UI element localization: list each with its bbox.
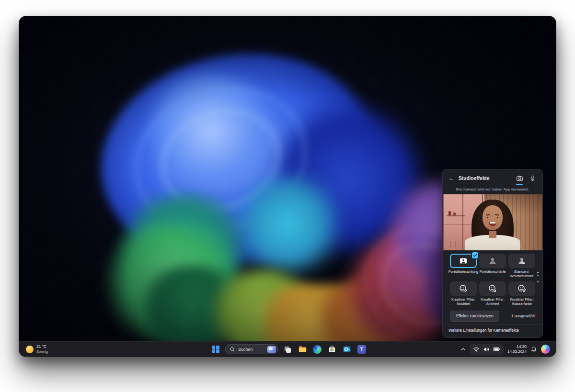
effect-tile-filter-wasserfarbe[interactable] <box>508 281 535 296</box>
volume-icon <box>483 346 490 353</box>
start-button[interactable] <box>210 344 221 355</box>
search-highlights-icon[interactable] <box>267 346 276 353</box>
date: 14.05.2024 <box>507 349 527 354</box>
file-explorer-button[interactable] <box>297 344 308 355</box>
effect-label: Kreativer Filter: Wasserfarbe <box>506 297 538 306</box>
microsoft-store-icon <box>328 345 336 354</box>
panel-actions: Effekte zurücksetzen 1 ausgewählt <box>450 311 535 321</box>
tab-camera[interactable] <box>515 174 524 182</box>
wifi-icon <box>473 346 480 353</box>
active-tab-indicator <box>516 184 523 186</box>
creative-filter-animated-icon <box>487 283 498 294</box>
copilot-icon <box>541 345 550 354</box>
studio-effects-panel: ← Studioeffekte <box>442 169 543 338</box>
outlook-button[interactable] <box>341 344 353 355</box>
system-tray: 14:30 14.05.2024 <box>460 342 550 357</box>
effect-label: Kreativer Filter: Animiert <box>477 297 508 306</box>
bell-icon <box>530 346 537 353</box>
taskbar: 21 °C Sonnig Suchen <box>19 341 556 357</box>
teams-icon: T <box>357 345 366 354</box>
search-icon <box>230 347 235 352</box>
outlook-icon <box>343 345 351 354</box>
chevron-up-icon <box>460 347 466 352</box>
edge-icon <box>313 345 322 354</box>
notifications-button[interactable] <box>530 346 537 353</box>
edge-button[interactable] <box>311 344 323 355</box>
clock[interactable]: 14:30 14.05.2024 <box>507 345 527 354</box>
search-box[interactable]: Suchen <box>225 344 278 354</box>
more-camera-settings-link[interactable]: Weitere Einstellungen für Kameraeffekte <box>448 328 519 333</box>
reset-effects-button[interactable]: Effekte zurücksetzen <box>450 311 499 322</box>
standard-blur-icon <box>517 256 527 266</box>
effects-scrollbar[interactable]: ▾ <box>536 272 540 283</box>
portrait-blur-icon <box>487 256 498 266</box>
chair <box>449 233 457 247</box>
tab-microphone[interactable] <box>528 174 537 182</box>
microsoft-store-button[interactable] <box>326 344 338 355</box>
chevron-down-icon[interactable]: ▾ <box>537 280 539 283</box>
creative-filter-watercolor-icon <box>517 283 527 294</box>
search-placeholder: Suchen <box>238 347 264 352</box>
copilot-button[interactable] <box>541 345 550 354</box>
microphone-icon <box>529 175 536 181</box>
hidden-icons-button[interactable] <box>460 347 466 352</box>
weather-temperature: 21 °C <box>36 345 48 349</box>
selected-count: 1 ausgewählt <box>511 314 535 318</box>
quick-settings-button[interactable] <box>470 344 504 355</box>
creative-filter-illustrated-icon <box>458 283 469 294</box>
task-view-button[interactable] <box>282 344 293 355</box>
effect-tile-portraetunschaerfe[interactable] <box>479 254 506 268</box>
portrait-lighting-icon <box>458 256 469 266</box>
effect-tile-portraetbeleuchtung[interactable] <box>450 254 477 268</box>
effect-tile-filter-animiert[interactable] <box>479 281 506 296</box>
windows-logo-icon <box>212 346 219 353</box>
camera-preview <box>443 194 542 250</box>
effects-grid: Porträtbeleuchtung Porträtunschärfe <box>450 254 535 306</box>
taskbar-center: Suchen <box>210 342 368 357</box>
page: ← Studioeffekte <box>0 0 575 392</box>
time: 14:30 <box>507 345 527 349</box>
weather-widget[interactable]: 21 °C Sonnig <box>24 342 50 357</box>
person-silhouette <box>461 199 524 250</box>
camera-status-text: Ihre Kamera wird von keiner App verwende… <box>443 187 542 191</box>
panel-header: ← Studioeffekte <box>443 172 542 184</box>
weather-condition: Sonnig <box>36 349 48 354</box>
effect-label: Porträtunschärfe <box>477 269 508 274</box>
effect-tile-standard-weichzeichner[interactable] <box>508 254 535 268</box>
task-view-icon <box>283 345 292 354</box>
back-icon[interactable]: ← <box>448 175 454 181</box>
sun-icon <box>26 346 34 353</box>
teams-button[interactable]: T <box>356 344 368 355</box>
panel-title: Studioeffekte <box>459 176 511 181</box>
panel-divider <box>443 325 542 325</box>
effect-label: Porträtbeleuchtung <box>448 269 479 274</box>
selected-check-icon <box>472 252 478 258</box>
desktop-screen: ← Studioeffekte <box>19 16 556 357</box>
battery-icon <box>493 346 500 353</box>
file-explorer-icon <box>298 345 307 354</box>
effect-label: Standard-Weichzeichner <box>506 269 538 278</box>
effect-label: Kreativer Filter: Illustriert <box>448 297 479 306</box>
camera-icon <box>516 175 523 182</box>
effect-tile-filter-illustriert[interactable] <box>450 281 477 296</box>
